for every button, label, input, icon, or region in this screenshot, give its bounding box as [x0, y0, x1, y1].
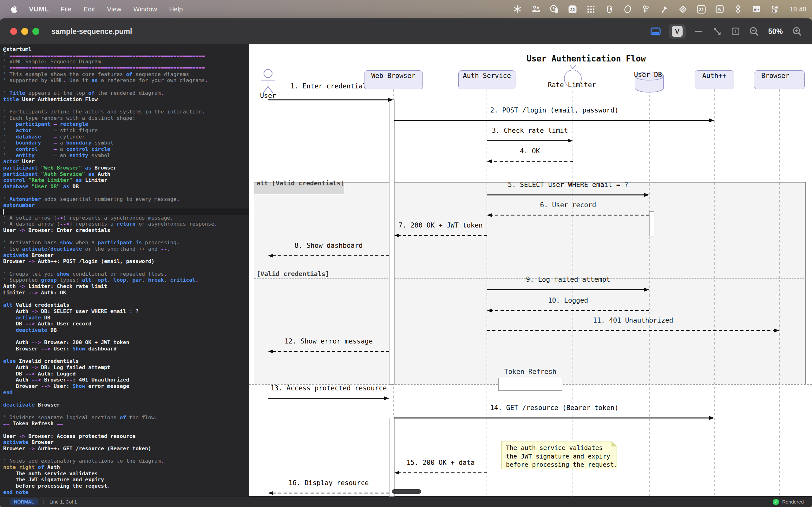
code-line: control "Rate Limiter" as Limiter: [0, 177, 249, 183]
code-line: participant "Auth Service" as Auth: [0, 171, 249, 177]
text-cursor: [3, 209, 4, 215]
code-line: DB --> Auth: User record: [0, 321, 249, 327]
minimize-button[interactable]: [21, 28, 28, 35]
title-bar[interactable]: sample-sequence.puml V 1 50%: [0, 18, 812, 44]
code-line: participant "Web Browser" as Browser: [0, 165, 249, 171]
code-editor[interactable]: @startuml' =============================…: [0, 44, 249, 497]
menu-item-vuml[interactable]: VUML: [23, 5, 55, 13]
menu-item-file[interactable]: File: [55, 5, 78, 13]
page-indicator[interactable]: 1: [730, 26, 741, 37]
section-divider-label: Token Refresh: [483, 368, 578, 376]
vuml-logo: V: [672, 26, 682, 37]
calendar2-icon[interactable]: 22: [696, 4, 706, 14]
menu-item-help[interactable]: Help: [163, 5, 189, 13]
bottom-panel-icon[interactable]: [650, 26, 661, 37]
message-label-14: 14. GET /resource (Bearer token): [456, 404, 653, 412]
code-line: Auth -> Limiter: Check rate limit: [0, 283, 249, 290]
note-fold-corner: [612, 441, 617, 447]
layers-icon[interactable]: [733, 4, 743, 14]
menu-item-view[interactable]: View: [101, 5, 127, 13]
code-line: [0, 190, 249, 196]
menu-bar: VUMLFileEditViewWindowHelp 2222N 18:48: [0, 0, 812, 18]
chip-icon[interactable]: [678, 4, 688, 14]
render-success-icon: ✓: [773, 499, 779, 505]
render-status: Rendered: [782, 499, 804, 505]
editor-mode-badge: NORMAL: [10, 498, 38, 505]
code-line: [0, 265, 249, 271]
notion-icon[interactable]: N: [715, 4, 725, 14]
participant-box-auth: Auth Service: [458, 70, 515, 89]
code-line: The auth service validates: [0, 470, 249, 477]
code-line: end: [0, 389, 249, 396]
status-separator: |: [43, 499, 44, 505]
code-line: ' Supported group types: alt, opt, loop,…: [0, 277, 249, 283]
message-label-10: 10. Logged: [470, 297, 666, 304]
code-line: ' VUML Sample: Sequence Diagram: [0, 59, 249, 65]
dots-grid-icon[interactable]: [586, 4, 596, 14]
toggles-icon[interactable]: [770, 4, 780, 14]
code-line: note right of Auth: [0, 464, 249, 470]
code-line: [0, 452, 249, 458]
participant-box-authplus: Auth++: [695, 70, 734, 89]
minimize-dash-icon[interactable]: [693, 26, 704, 37]
code-line: [0, 333, 249, 340]
code-line: activate DB: [0, 315, 249, 321]
status-bar: NORMAL | Line 1, Col 1 ✓ Rendered: [0, 496, 812, 507]
message-label-3: 3. Check rate limit: [432, 127, 628, 134]
asterisk-icon[interactable]: [512, 4, 522, 14]
code-line: DB --> Auth: Logged: [0, 371, 249, 377]
keys-icon[interactable]: [641, 4, 651, 14]
message-label-6: 6. User record: [470, 201, 666, 209]
code-line: ' Notes add explanatory annotations to t…: [0, 458, 249, 464]
participant-box-browser: Web Browser: [364, 70, 423, 89]
code-line: deactivate Browser: [0, 402, 249, 408]
zoom-in-icon[interactable]: [792, 26, 803, 37]
close-button[interactable]: [10, 28, 17, 35]
code-line: activate Browser: [0, 252, 249, 259]
carabiner-icon[interactable]: [604, 4, 614, 14]
screentime-icon[interactable]: [549, 4, 559, 14]
code-line: database "User DB" as DB: [0, 183, 249, 190]
code-line: == Token Refresh ==: [0, 420, 249, 427]
apple-menu-icon[interactable]: [11, 5, 19, 13]
code-line: Browser -> Auth++: POST /login (email, p…: [0, 258, 249, 265]
code-line: [0, 408, 249, 414]
code-line: ' actor – stick figure: [0, 127, 249, 134]
code-line: deactivate DB: [0, 327, 249, 333]
code-line: Browser --> User: Show error message: [0, 383, 249, 389]
people-icon[interactable]: [531, 4, 541, 14]
code-line: [0, 83, 249, 90]
terminal-icon[interactable]: [751, 4, 762, 14]
code-line: ' Autonumber adds sequential numbering t…: [0, 196, 249, 203]
menu-item-window[interactable]: Window: [128, 5, 163, 13]
code-line: [0, 396, 249, 402]
code-line: User -> Browser: Access protected resour…: [0, 433, 249, 440]
message-label-5: 5. SELECT user WHERE email = ?: [470, 181, 666, 188]
maximize-button[interactable]: [32, 28, 39, 35]
code-line: ' Participants define the actors and sys…: [0, 109, 249, 115]
svg-text:N: N: [718, 7, 722, 12]
code-line: [0, 296, 249, 302]
expand-diagonal-icon[interactable]: [712, 26, 722, 37]
cursor-position: Line 1, Col 1: [49, 499, 77, 505]
code-line: [0, 427, 249, 433]
svg-text:22: 22: [699, 7, 704, 12]
message-label-4: 4. OK: [432, 147, 628, 155]
code-line: ' Activation bars show when a participan…: [0, 239, 249, 246]
code-line: ' database – cylinder: [0, 134, 249, 140]
code-line: ' ======================================…: [0, 65, 249, 71]
code-line: ' This example shows the core features o…: [0, 71, 249, 78]
diagram-panel[interactable]: User Authentication Flowalt [Valid crede…: [249, 44, 812, 497]
calendar-icon[interactable]: 22: [567, 4, 577, 14]
participant-box-browserminus: Browser--: [754, 70, 805, 89]
vuml-logo-button[interactable]: V: [669, 24, 686, 39]
code-line: before processing the request.: [0, 483, 249, 489]
circle-icon[interactable]: [623, 4, 633, 14]
zoom-out-icon[interactable]: [749, 26, 759, 37]
code-line: title User Authentication Flow: [0, 96, 249, 103]
menu-bar-clock: 18:48: [790, 5, 806, 13]
menu-item-edit[interactable]: Edit: [78, 5, 101, 13]
horizontal-scrollbar[interactable]: [392, 489, 421, 494]
code-line: activate Browser: [0, 439, 249, 446]
tool-icon[interactable]: [659, 4, 670, 14]
